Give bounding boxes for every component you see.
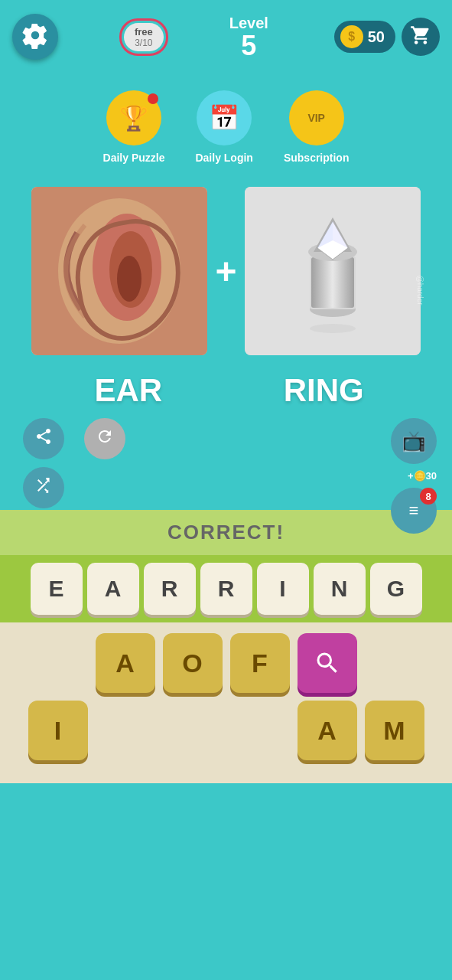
- letter-tile[interactable]: I: [28, 701, 88, 760]
- empty-tile: [163, 701, 223, 760]
- svg-point-2: [93, 214, 161, 321]
- header: free 3/10 Level 5 $ 50: [0, 0, 452, 67]
- word-label-ear: EAR: [41, 372, 216, 409]
- subscription-button[interactable]: VIP Subscription: [284, 90, 350, 164]
- free-badge[interactable]: free 3/10: [124, 23, 164, 51]
- level-number: 5: [229, 32, 268, 60]
- tv-button[interactable]: 📺: [391, 418, 437, 464]
- letter-tile[interactable]: A: [298, 701, 357, 760]
- coins-cart: $ 50: [334, 18, 440, 56]
- letter-tile[interactable]: A: [96, 633, 155, 693]
- answer-tile[interactable]: E: [31, 563, 83, 615]
- svg-point-4: [117, 256, 141, 302]
- word-labels: EAR RING: [0, 363, 452, 418]
- answer-tile[interactable]: R: [200, 563, 252, 615]
- shop-button[interactable]: [402, 18, 440, 56]
- empty-tile: [230, 701, 290, 760]
- trophy-icon-circle: 🏆: [106, 90, 161, 145]
- daily-puzzle-label: Daily Puzzle: [103, 152, 165, 164]
- gear-icon: [21, 21, 49, 52]
- svg-point-14: [310, 324, 356, 333]
- shuffle-icon: [34, 476, 53, 499]
- list-icon: ≡: [409, 501, 419, 521]
- letter-row-2: IAM: [15, 701, 437, 760]
- answer-row: EARRING: [0, 555, 452, 622]
- word-label-ring: RING: [236, 372, 411, 409]
- letter-tile[interactable]: O: [163, 633, 223, 693]
- daily-login-label: Daily Login: [195, 152, 252, 164]
- free-count: 3/10: [135, 38, 152, 48]
- letter-tile[interactable]: F: [230, 633, 290, 693]
- levels-badge: 8: [420, 488, 437, 505]
- free-label: free: [135, 26, 153, 38]
- right-action-buttons: 📺 +🪙30 ≡ 8: [391, 418, 437, 534]
- refresh-icon: [96, 427, 114, 450]
- svg-rect-8: [311, 257, 354, 308]
- daily-login-button[interactable]: 📅 Daily Login: [195, 90, 252, 164]
- coin-amount: 50: [368, 28, 385, 46]
- icons-row: 🏆 Daily Puzzle 📅 Daily Login VIP Subscri…: [0, 67, 452, 179]
- daily-puzzle-button[interactable]: 🏆 Daily Puzzle: [103, 90, 165, 164]
- letter-row-1: AOF: [15, 633, 437, 693]
- answer-tile[interactable]: N: [314, 563, 366, 615]
- letter-area: AOF IAM: [0, 622, 452, 783]
- empty-tile: [96, 701, 155, 760]
- answer-tile[interactable]: R: [144, 563, 196, 615]
- ring-image: [245, 187, 421, 355]
- notification-dot: [148, 93, 158, 104]
- tv-bonus-label: +🪙30: [408, 470, 437, 482]
- settings-button[interactable]: [12, 14, 58, 60]
- search-button[interactable]: [298, 633, 357, 693]
- action-buttons: 📺 +🪙30 ≡ 8: [0, 418, 452, 510]
- answer-tile[interactable]: A: [87, 563, 139, 615]
- subscription-label: Subscription: [284, 152, 350, 164]
- vip-icon-circle: VIP: [289, 90, 344, 145]
- watermark-right: @harder: [416, 276, 424, 305]
- level-block: Level 5: [229, 15, 268, 60]
- answer-tile[interactable]: I: [257, 563, 309, 615]
- share-button[interactable]: [23, 418, 64, 459]
- coins-display: $ 50: [334, 21, 395, 53]
- calendar-icon-circle: 📅: [197, 90, 252, 145]
- refresh-button[interactable]: [84, 418, 125, 459]
- ring-visual: [245, 187, 421, 355]
- levels-button[interactable]: ≡ 8: [391, 488, 437, 534]
- letter-tile[interactable]: M: [365, 701, 424, 760]
- answer-tile[interactable]: G: [370, 563, 422, 615]
- plus-sign: +: [215, 250, 236, 292]
- cart-icon: [410, 24, 431, 49]
- svg-point-3: [109, 231, 152, 308]
- shuffle-button[interactable]: [23, 467, 64, 508]
- left-action-buttons: [23, 418, 64, 508]
- puzzle-area: @cedouardo +: [0, 179, 452, 363]
- correct-banner: CORRECT!: [0, 510, 452, 555]
- coin-icon: $: [340, 25, 363, 48]
- share-icon: [34, 427, 53, 450]
- tv-icon: 📺: [402, 430, 426, 453]
- ear-visual: [31, 187, 207, 355]
- ear-image: [31, 187, 207, 355]
